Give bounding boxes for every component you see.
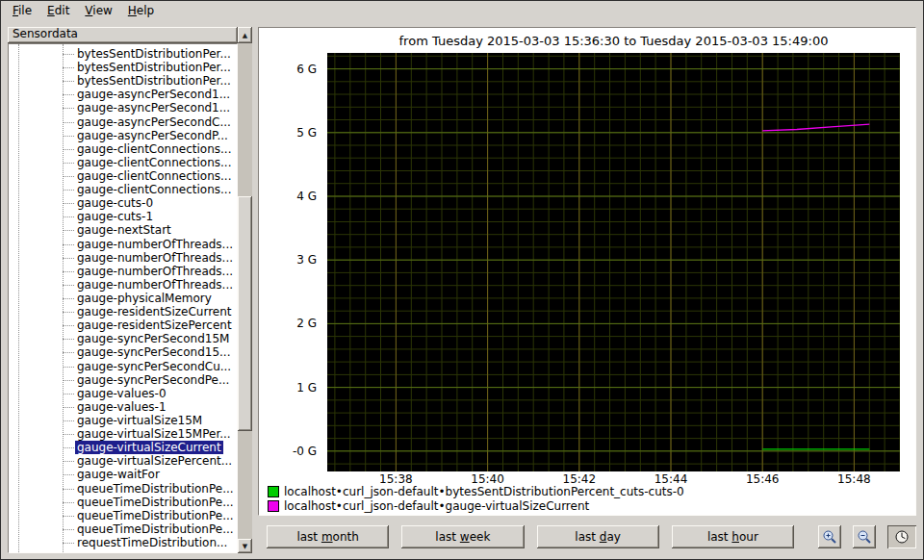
tree-item-label: gauge-values-1 (75, 400, 168, 414)
time-range-toolbar: last month last week last day last hour (258, 524, 916, 549)
menu-item-edit[interactable]: Edit (39, 2, 77, 19)
legend-row: localhost•curl_json-default•bytesSentDis… (268, 484, 684, 498)
tree-item[interactable]: gauge-values-0 (9, 387, 237, 400)
tree-item-label: queueTimeDistributionPe... (75, 496, 236, 509)
menu-item-view[interactable]: View (77, 2, 119, 19)
tree-item[interactable]: bytesSentDistributionPer... (9, 61, 237, 74)
tree-item-label: gauge-values-0 (75, 387, 168, 400)
menu-item-help[interactable]: Help (120, 2, 162, 19)
zoom-out-button[interactable] (853, 525, 876, 548)
tree-item[interactable]: gauge-physicalMemory (9, 292, 237, 305)
tree-item[interactable]: gauge-clientConnections... (9, 156, 237, 169)
tree-item[interactable]: gauge-syncPerSecondCu... (9, 360, 237, 373)
tree-item-label: queueTimeDistributionPe... (75, 482, 236, 496)
tree-item-label: gauge-asyncPerSecondC... (75, 115, 233, 129)
scroll-up-button[interactable]: ▲ (238, 27, 252, 43)
tree-item[interactable]: gauge-virtualSizeCurrent (9, 441, 237, 454)
legend-label: localhost•curl_json-default•gauge-virtua… (284, 499, 589, 513)
tree-item[interactable]: gauge-numberOfThreads... (9, 251, 237, 265)
tree-item[interactable]: bytesSentDistributionPer... (9, 74, 237, 88)
tree-item[interactable]: requestTimeDistribution... (9, 536, 237, 549)
tree-item[interactable]: queueTimeDistributionPe... (9, 496, 237, 509)
tree-item[interactable]: gauge-numberOfThreads... (9, 278, 237, 292)
y-tick-label: 5 G (296, 126, 317, 140)
sensor-tree-frame: bytesSentDistributionPer...bytesSentDist… (8, 43, 238, 553)
tree-item[interactable]: queueTimeDistributionPe... (9, 522, 237, 536)
legend-swatch-green (268, 486, 279, 497)
last-week-button[interactable]: last week (401, 525, 524, 548)
plot-area[interactable] (327, 53, 900, 471)
zoom-button-group (807, 525, 916, 548)
tree-item[interactable]: gauge-waitFor (9, 468, 237, 481)
tree-item-label: gauge-clientConnections... (75, 142, 233, 156)
tree-item[interactable]: gauge-numberOfThreads... (9, 238, 237, 251)
tree-item[interactable]: gauge-asyncPerSecond1... (9, 88, 237, 101)
tree-item[interactable]: gauge-virtualSize15M (9, 414, 237, 427)
tree-item-label: gauge-clientConnections... (75, 169, 233, 183)
y-tick-label: -0 G (293, 445, 317, 458)
tree-item[interactable]: gauge-asyncPerSecondC... (9, 115, 237, 129)
tree-item-label: gauge-syncPerSecond15M (75, 332, 231, 345)
tree-item[interactable]: gauge-clientConnections... (9, 142, 237, 156)
tree-item[interactable]: gauge-clientConnections... (9, 169, 237, 183)
tree-item-label: gauge-virtualSizePercent... (75, 454, 234, 468)
tree-item[interactable]: gauge-syncPerSecond15... (9, 345, 237, 359)
tree-item[interactable]: queueTimeDistributionPe... (9, 482, 237, 496)
tree-item-label: gauge-syncPerSecondCu... (75, 360, 233, 373)
tree-item[interactable]: gauge-values-1 (9, 400, 237, 414)
sensor-tree: bytesSentDistributionPer...bytesSentDist… (9, 44, 237, 552)
zoom-in-button[interactable] (818, 525, 841, 548)
tree-item[interactable]: gauge-residentSizeCurrent (9, 305, 237, 318)
last-hour-button[interactable]: last hour (672, 525, 794, 548)
tree-item-label: gauge-asyncPerSecond1... (75, 88, 232, 101)
triangle-up-icon: ▲ (243, 32, 247, 39)
legend-row: localhost•curl_json-default•gauge-virtua… (268, 498, 684, 513)
tree-item[interactable]: gauge-cuts-1 (9, 210, 237, 223)
tree-item-label: bytesSentDistributionPer... (75, 74, 233, 88)
tree-item-label: bytesSentDistributionPer... (75, 47, 233, 61)
tree-item[interactable]: gauge-residentSizePercent (9, 318, 237, 332)
chart-legend: localhost•curl_json-default•bytesSentDis… (268, 484, 684, 513)
tree-item[interactable]: gauge-asyncPerSecond1... (9, 101, 237, 115)
chart-title: from Tuesday 2015-03-03 15:36:30 to Tues… (327, 34, 900, 48)
tree-item-label: requestTimeDistribution... (75, 536, 229, 549)
x-tick-label: 15:48 (830, 472, 878, 486)
scroll-down-button[interactable]: ▼ (238, 539, 252, 553)
tree-item-label: gauge-numberOfThreads... (75, 278, 235, 292)
tree-item[interactable]: gauge-asyncPerSecondP... (9, 129, 237, 142)
tree-item-label: gauge-syncPerSecond15... (75, 345, 232, 359)
last-day-button[interactable]: last day (537, 525, 659, 548)
auto-update-button[interactable] (887, 525, 916, 548)
tree-item[interactable]: gauge-nextStart (9, 223, 237, 237)
tree-item[interactable]: gauge-syncPerSecondPe... (9, 373, 237, 387)
tree-item-label: queueTimeDistributionPe... (75, 509, 236, 522)
tree-item-label: gauge-syncPerSecondPe... (75, 373, 231, 387)
tree-column-header[interactable]: Sensordata (8, 27, 238, 43)
tree-item[interactable]: bytesSentDistributionPer... (9, 47, 237, 61)
clock-icon (894, 529, 910, 545)
tree-item-label: gauge-asyncPerSecondP... (75, 129, 230, 142)
tree-item[interactable]: gauge-clientConnections... (9, 183, 237, 196)
tree-item-label: gauge-numberOfThreads... (75, 265, 235, 278)
menu-item-file[interactable]: File (5, 2, 39, 19)
tree-item-label: bytesSentDistributionPer... (75, 61, 233, 74)
tree-item-label: queueTimeDistributionPe... (75, 522, 236, 536)
tree-item-label: gauge-asyncPerSecond1... (75, 101, 232, 115)
magnifier-minus-icon (857, 529, 872, 545)
tree-scrollbar[interactable]: ▼ (238, 43, 252, 553)
tree-item[interactable]: gauge-syncPerSecond15M (9, 332, 237, 345)
tree-item[interactable]: gauge-cuts-0 (9, 196, 237, 210)
scrollbar-thumb[interactable] (238, 196, 252, 431)
last-month-button[interactable]: last month (267, 525, 389, 548)
tree-item[interactable]: gauge-numberOfThreads... (9, 265, 237, 278)
y-tick-label: 4 G (296, 190, 317, 203)
tree-item-label: gauge-numberOfThreads... (75, 251, 235, 265)
magnifier-plus-icon (822, 529, 837, 545)
x-tick-label: 15:46 (738, 472, 786, 486)
tree-item-label: gauge-cuts-1 (75, 210, 155, 223)
tree-item[interactable]: gauge-virtualSize15MPer... (9, 427, 237, 441)
tree-item[interactable]: queueTimeDistributionPe... (9, 509, 237, 522)
tree-item[interactable]: gauge-virtualSizePercent... (9, 454, 237, 468)
plot-svg (327, 53, 900, 471)
y-tick-label: 6 G (296, 63, 317, 76)
